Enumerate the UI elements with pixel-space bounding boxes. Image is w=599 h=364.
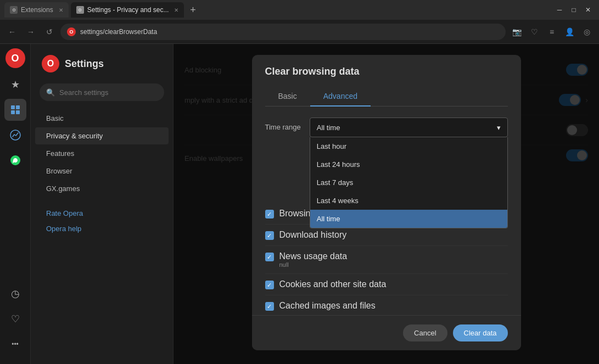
settings-header: O Settings — [31, 55, 173, 83]
dialog-body: Time range All time ▾ Last hour Last 24 … — [252, 107, 521, 315]
dialog-title: Clear browsing data — [265, 66, 508, 77]
sidebar-item-basic[interactable]: Basic — [35, 110, 169, 127]
clear-data-button[interactable]: Clear data — [453, 324, 508, 341]
checkbox-cookies-input[interactable]: ✓ — [265, 281, 274, 289]
checkbox-cached-label: Cached images and files — [279, 301, 376, 311]
settings-title: Settings — [65, 58, 104, 70]
back-button[interactable]: ← — [4, 24, 20, 40]
svg-rect-2 — [11, 110, 15, 114]
sidebar-whatsapp-icon[interactable] — [4, 149, 26, 171]
sidebar-more-icon[interactable]: ••• — [4, 333, 26, 355]
checkbox-browsing-input[interactable]: ✓ — [265, 210, 274, 219]
dropdown-option-last-hour[interactable]: Last hour — [310, 137, 507, 155]
tab-bar: ⚙ Extensions ✕ ⚙ Settings - Privacy and … — [4, 2, 550, 18]
checkbox-cached: ✓ Cached images and files — [265, 295, 508, 315]
sidebar-item-features[interactable]: Features — [35, 145, 169, 162]
search-icon: 🔍 — [46, 88, 55, 97]
sidebar-history-icon[interactable]: ◷ — [4, 283, 26, 305]
svg-rect-3 — [16, 110, 20, 114]
check-news-icon: ✓ — [267, 254, 272, 261]
tab-settings-label: Settings - Privacy and sec... — [87, 6, 169, 14]
time-range-dropdown: Last hour Last 24 hours Last 7 days Last… — [310, 137, 508, 228]
reload-button[interactable]: ↺ — [42, 24, 57, 40]
svg-rect-0 — [11, 105, 15, 109]
tab-extensions-label: Extensions — [21, 6, 53, 14]
dropdown-option-last-4weeks[interactable]: Last 4 weeks — [310, 192, 507, 210]
close-tab-icon[interactable]: ✕ — [59, 7, 63, 13]
dialog-tabs: Basic Advanced — [265, 86, 508, 107]
time-range-select-button[interactable]: All time ▾ — [310, 117, 508, 137]
sidebar-item-browser[interactable]: Browser — [35, 163, 169, 180]
account-icon[interactable]: 👤 — [562, 24, 577, 40]
close-active-tab-icon[interactable]: ✕ — [174, 7, 178, 13]
checkbox-news-text: News usage data — [279, 251, 348, 261]
check-icon: ✓ — [267, 211, 272, 218]
search-input[interactable] — [59, 88, 158, 97]
forward-button[interactable]: → — [23, 24, 38, 40]
checkbox-news-sub: null — [279, 261, 348, 268]
checkbox-cached-input[interactable]: ✓ — [265, 302, 274, 311]
window-controls: ─ □ ✕ — [553, 3, 595, 16]
favorites-icon[interactable]: ♡ — [527, 24, 542, 40]
dropdown-option-last-24[interactable]: Last 24 hours — [310, 155, 507, 173]
close-button[interactable]: ✕ — [581, 3, 595, 16]
checkbox-download-label: Download history — [279, 230, 347, 240]
extensions-tab-icon: ⚙ — [10, 6, 18, 14]
check-cookies-icon: ✓ — [267, 282, 272, 289]
dropdown-option-all-time[interactable]: All time — [310, 210, 507, 228]
opera-logo-small: O — [67, 27, 76, 36]
sidebar-messenger-icon[interactable] — [4, 124, 26, 146]
sidebar-apps-icon[interactable] — [4, 99, 26, 121]
tab-extensions[interactable]: ⚙ Extensions ✕ — [4, 2, 69, 18]
maximize-button[interactable]: □ — [567, 3, 580, 16]
checkbox-download-input[interactable]: ✓ — [265, 231, 274, 240]
svg-rect-1 — [16, 105, 20, 109]
checkbox-news-label-wrapper: News usage data null — [279, 251, 348, 268]
checkbox-news-input[interactable]: ✓ — [265, 253, 274, 261]
settings-tab-icon: ⚙ — [76, 6, 84, 14]
dialog-header: Clear browsing data Basic Advanced — [252, 55, 521, 107]
opera-home-icon[interactable]: O — [5, 48, 25, 68]
main-layout: O ★ ◷ ♡ ••• — [0, 44, 599, 364]
tab-advanced[interactable]: Advanced — [310, 86, 371, 106]
sidebar-item-privacy[interactable]: Privacy & security — [35, 127, 169, 144]
screenshot-icon[interactable]: 📷 — [509, 24, 524, 40]
minimize-button[interactable]: ─ — [553, 3, 566, 16]
tab-basic[interactable]: Basic — [265, 86, 310, 106]
time-range-selected-value: All time — [317, 124, 340, 132]
rate-opera-link[interactable]: Rate Opera — [35, 206, 169, 221]
check-cached-icon: ✓ — [267, 303, 272, 310]
chevron-down-icon: ▾ — [497, 124, 501, 132]
settings-search-bar[interactable]: 🔍 — [40, 83, 164, 101]
nav-right-icons: 📷 ♡ ≡ 👤 ◎ — [509, 24, 595, 40]
address-text: settings/clearBrowserData — [80, 28, 157, 36]
sidebar-heart-icon[interactable]: ♡ — [4, 308, 26, 330]
extensions-icon[interactable]: ◎ — [579, 24, 595, 40]
dropdown-option-last-7[interactable]: Last 7 days — [310, 173, 507, 192]
opera-logo: O — [42, 55, 59, 72]
titlebar: ⚙ Extensions ✕ ⚙ Settings - Privacy and … — [0, 0, 599, 20]
sidebar-star-icon[interactable]: ★ — [4, 74, 26, 96]
time-range-label: Time range — [265, 117, 301, 131]
sidebar-item-gx[interactable]: GX.games — [35, 180, 169, 197]
new-tab-button[interactable]: + — [186, 3, 199, 16]
cancel-button[interactable]: Cancel — [403, 324, 447, 341]
dialog-footer: Cancel Clear data — [252, 315, 521, 350]
navigation-bar: ← → ↺ O settings/clearBrowserData 📷 ♡ ≡ … — [0, 20, 599, 44]
check-download-icon: ✓ — [267, 232, 272, 239]
checkbox-cached-text: Cached images and files — [279, 301, 376, 311]
checkbox-cookies-text: Cookies and other site data — [279, 279, 387, 289]
checkbox-news: ✓ News usage data null — [265, 246, 508, 274]
easy-files-icon[interactable]: ≡ — [544, 24, 559, 40]
settings-content: Ad blocking mply with a strict ad do not… — [173, 44, 599, 364]
checkbox-cookies: ✓ Cookies and other site data — [265, 274, 508, 295]
time-range-row: Time range All time ▾ Last hour Last 24 … — [265, 117, 508, 137]
opera-help-link[interactable]: Opera help — [35, 221, 169, 236]
settings-sidebar: O Settings 🔍 Basic Privacy & security Fe… — [31, 44, 173, 364]
address-bar[interactable]: O settings/clearBrowserData — [60, 24, 506, 40]
time-range-select-wrapper: All time ▾ Last hour Last 24 hours Last … — [310, 117, 508, 137]
tab-settings[interactable]: ⚙ Settings - Privacy and sec... ✕ — [71, 2, 184, 18]
icon-sidebar: O ★ ◷ ♡ ••• — [0, 44, 31, 364]
checkbox-cookies-label: Cookies and other site data — [279, 279, 387, 289]
clear-browsing-dialog: Clear browsing data Basic Advanced Time … — [252, 55, 521, 350]
